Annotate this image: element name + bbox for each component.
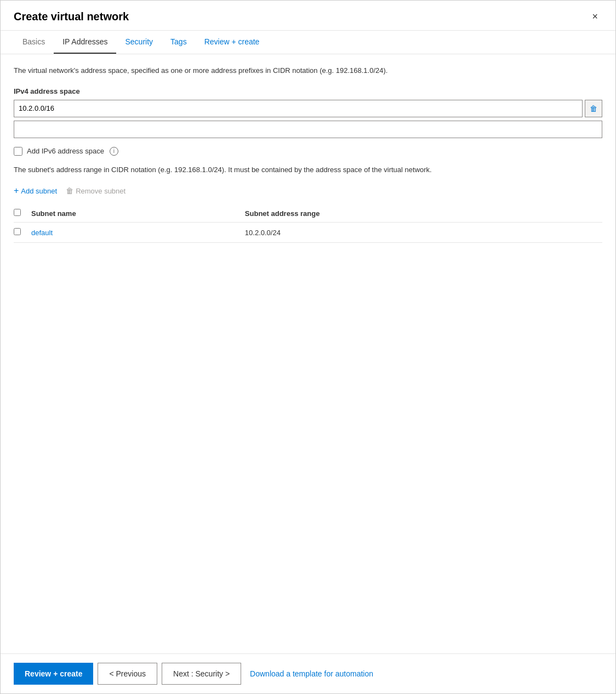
plus-icon: + (14, 186, 19, 196)
remove-subnet-label: Remove subnet (76, 187, 126, 195)
remove-subnet-button[interactable]: 🗑 Remove subnet (66, 184, 126, 197)
ipv6-checkbox-row: Add IPv6 address space i (14, 147, 602, 156)
next-button[interactable]: Next : Security > (162, 663, 241, 685)
select-all-checkbox[interactable] (14, 209, 21, 216)
close-button[interactable]: × (588, 9, 602, 24)
ipv4-input-row: 10.2.0.0/16 🗑 (14, 100, 602, 117)
dialog-title: Create virtual network (14, 10, 129, 23)
previous-button[interactable]: < Previous (98, 663, 157, 685)
table-row: default 10.2.0.0/24 (14, 223, 602, 243)
ipv6-info-icon: i (110, 147, 118, 156)
tab-review-create[interactable]: Review + create (196, 31, 269, 54)
address-space-description: The virtual network's address space, spe… (14, 65, 602, 76)
tab-ip-addresses[interactable]: IP Addresses (54, 31, 116, 54)
subnet-actions: + Add subnet 🗑 Remove subnet (14, 184, 602, 198)
col-header-subnet-name: Subnet name (31, 204, 245, 223)
col-header-check (14, 204, 31, 223)
subnet-description: The subnet's address range in CIDR notat… (14, 164, 602, 175)
row-checkbox-cell (14, 223, 31, 243)
ipv6-checkbox[interactable] (14, 147, 22, 156)
row-checkbox[interactable] (14, 228, 21, 235)
main-content: The virtual network's address space, spe… (1, 54, 615, 653)
subnet-table: Subnet name Subnet address range default… (14, 204, 602, 243)
tab-basics[interactable]: Basics (14, 31, 54, 54)
ipv4-extra-input-row (14, 121, 602, 138)
dialog-header: Create virtual network × (1, 1, 615, 31)
ipv4-section: IPv4 address space 10.2.0.0/16 🗑 (14, 87, 602, 138)
add-subnet-label: Add subnet (21, 187, 57, 195)
dialog: Create virtual network × Basics IP Addre… (0, 0, 616, 694)
ipv4-extra-input[interactable] (14, 121, 602, 138)
delete-ipv4-button[interactable]: 🗑 (585, 100, 602, 117)
tab-security[interactable]: Security (116, 31, 162, 54)
add-subnet-button[interactable]: + Add subnet (14, 184, 57, 198)
subnet-name-link[interactable]: default (31, 229, 53, 237)
remove-trash-icon: 🗑 (66, 186, 73, 195)
subnet-name-cell: default (31, 223, 245, 243)
tab-tags[interactable]: Tags (162, 31, 196, 54)
col-header-subnet-range: Subnet address range (245, 204, 602, 223)
download-template-link[interactable]: Download a template for automation (246, 669, 378, 678)
trash-icon: 🗑 (590, 104, 597, 113)
ipv6-checkbox-label[interactable]: Add IPv6 address space (27, 147, 104, 155)
review-create-button[interactable]: Review + create (14, 663, 93, 685)
subnet-range-cell: 10.2.0.0/24 (245, 223, 602, 243)
footer: Review + create < Previous Next : Securi… (1, 653, 615, 693)
ipv4-address-input[interactable]: 10.2.0.0/16 (14, 100, 583, 117)
ipv4-section-label: IPv4 address space (14, 87, 602, 95)
tabs-bar: Basics IP Addresses Security Tags Review… (1, 31, 615, 54)
